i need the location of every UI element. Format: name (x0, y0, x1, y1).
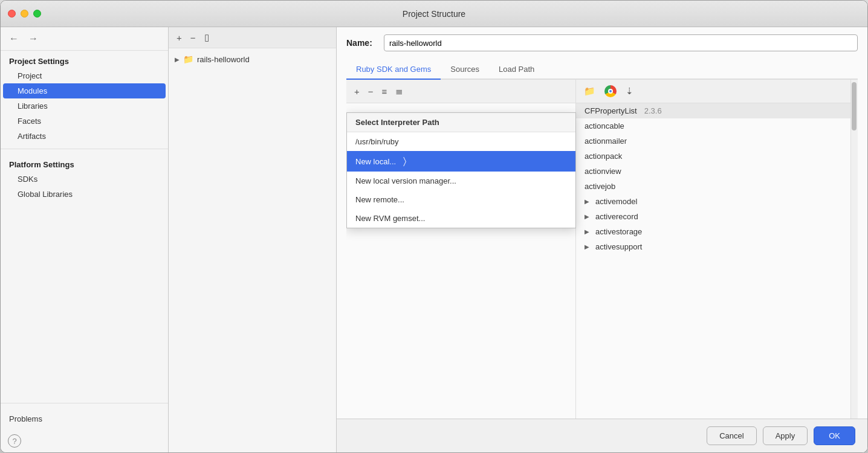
gem-name: actionpack (585, 152, 622, 161)
gem-item-actioncable[interactable]: actioncable (576, 118, 858, 133)
name-label: Name: (346, 38, 377, 48)
gem-name: actionview (585, 167, 621, 176)
gem-item-actionview[interactable]: actionview (576, 164, 858, 179)
gem-item-activestorage[interactable]: ▶ activestorage (576, 224, 858, 239)
tab-load-path[interactable]: Load Path (489, 60, 544, 80)
expand-arrow-icon: ▶ (585, 213, 589, 220)
footer: Cancel Apply OK (337, 419, 867, 452)
main-content: ← → Project Settings Project Modules Lib… (1, 27, 867, 452)
sidebar-item-problems[interactable]: Problems (1, 408, 168, 429)
sidebar-item-facets[interactable]: Facets (1, 114, 168, 129)
tree-content: ▶ 📁 rails-helloworld (169, 48, 336, 452)
gems-list: CFPropertyList 2.3.6 actioncable actionm… (576, 103, 858, 419)
tree-item-label: rails-helloworld (197, 55, 250, 64)
interp-add-button[interactable]: + (351, 85, 363, 98)
sidebar-item-global-libraries[interactable]: Global Libraries (1, 187, 168, 202)
interpreter-dropdown: Select Interpreter Path /usr/bin/ruby Ne… (346, 112, 576, 228)
platform-settings-header: Platform Settings (1, 154, 168, 172)
gems-download-button[interactable]: ⇣ (623, 85, 636, 98)
gem-item-activerecord[interactable]: ▶ activerecord (576, 209, 858, 224)
sidebar-item-project[interactable]: Project (1, 68, 168, 83)
interpreter-panel: + − ≡ ≣ Select Interpreter Path /usr/bin… (346, 80, 576, 419)
chrome-inner (608, 89, 613, 94)
interp-move-up-button[interactable]: ≡ (379, 85, 390, 98)
tree-item-rails[interactable]: ▶ 📁 rails-helloworld (169, 52, 336, 66)
tree-toolbar: + − ▯ (169, 27, 336, 48)
window-controls (8, 10, 41, 18)
interp-item-new-local-version[interactable]: New local version manager... (347, 172, 575, 190)
cancel-button[interactable]: Cancel (707, 426, 756, 445)
tree-remove-button[interactable]: − (187, 31, 199, 44)
gem-item-cfpropertylist[interactable]: CFPropertyList 2.3.6 (576, 103, 858, 118)
interpreter-toolbar: + − ≡ ≣ (346, 80, 575, 103)
sidebar-divider-2 (1, 403, 168, 403)
project-settings-header: Project Settings (1, 51, 168, 68)
forward-button[interactable]: → (26, 32, 40, 45)
apply-button[interactable]: Apply (763, 426, 808, 445)
gem-name: activemodel (595, 197, 637, 206)
scrollbar-track[interactable] (850, 80, 858, 419)
interp-move-down-button[interactable]: ≣ (392, 85, 406, 98)
close-button[interactable] (8, 10, 16, 18)
gems-toolbar: 📁 ⇣ (576, 80, 858, 103)
sidebar-spacer (1, 202, 168, 398)
name-row: Name: (346, 34, 858, 51)
sidebar-item-modules[interactable]: Modules (3, 83, 166, 98)
folder-icon: 📁 (183, 54, 193, 64)
tab-ruby-sdk[interactable]: Ruby SDK and Gems (346, 60, 441, 80)
tree-copy-button[interactable]: ▯ (201, 31, 212, 44)
gem-name: activesupport (595, 242, 642, 251)
gem-item-activesupport[interactable]: ▶ activesupport (576, 239, 858, 254)
gem-name: activerecord (595, 212, 638, 221)
gem-name: actioncable (585, 121, 624, 130)
title-bar: Project Structure (1, 1, 867, 27)
gem-name: activestorage (595, 227, 642, 236)
gem-item-actionpack[interactable]: actionpack (576, 149, 858, 164)
tree-add-button[interactable]: + (173, 31, 185, 44)
sdk-row: + − ≡ ≣ Select Interpreter Path /usr/bin… (346, 80, 858, 419)
gem-item-activejob[interactable]: activejob (576, 179, 858, 194)
sidebar: ← → Project Settings Project Modules Lib… (1, 27, 169, 452)
ok-button[interactable]: OK (814, 426, 855, 445)
maximize-button[interactable] (33, 10, 41, 18)
tab-sources[interactable]: Sources (441, 60, 489, 80)
gem-item-activemodel[interactable]: ▶ activemodel (576, 194, 858, 209)
tabs-row: Ruby SDK and Gems Sources Load Path (346, 60, 858, 80)
dropdown-header: Select Interpreter Path (347, 113, 575, 132)
minimize-button[interactable] (21, 10, 28, 18)
gems-panel: 📁 ⇣ CFPropertyList 2.3.6 (576, 80, 858, 419)
expand-arrow-icon: ▶ (585, 198, 589, 205)
gem-version: 2.3.6 (644, 106, 662, 115)
interp-remove-button[interactable]: − (365, 85, 377, 98)
interp-item-new-local[interactable]: New local... 〉 (347, 151, 575, 172)
project-structure-window: Project Structure ← → Project Settings P… (0, 0, 868, 453)
expand-arrow-icon: ▶ (585, 228, 589, 235)
scrollbar-thumb[interactable] (852, 82, 857, 130)
help-button[interactable]: ? (8, 434, 21, 448)
sidebar-divider (1, 149, 168, 149)
chrome-icon (604, 85, 617, 97)
nav-controls: ← → (1, 27, 168, 51)
cursor-icon: 〉 (403, 156, 406, 166)
sidebar-item-artifacts[interactable]: Artifacts (1, 129, 168, 144)
module-tree: + − ▯ ▶ 📁 rails-helloworld (169, 27, 337, 452)
sidebar-item-sdks[interactable]: SDKs (1, 172, 168, 187)
sidebar-item-libraries[interactable]: Libraries (1, 98, 168, 114)
content-panel: Name: Ruby SDK and Gems Sources Load Pat… (337, 27, 867, 419)
gem-name: actionmailer (585, 137, 627, 146)
name-input[interactable] (384, 34, 858, 51)
gem-item-actionmailer[interactable]: actionmailer (576, 133, 858, 149)
window-title: Project Structure (403, 9, 465, 19)
interp-item-new-rvm[interactable]: New RVM gemset... (347, 209, 575, 228)
back-button[interactable]: ← (7, 32, 21, 45)
interp-item-usr-ruby[interactable]: /usr/bin/ruby (347, 132, 575, 151)
interp-item-new-remote[interactable]: New remote... (347, 190, 575, 209)
gems-chrome-button[interactable] (602, 85, 619, 97)
tree-expand-arrow: ▶ (175, 56, 180, 63)
expand-arrow-icon: ▶ (585, 243, 589, 250)
gem-name: CFPropertyList (585, 106, 637, 115)
right-panel: Name: Ruby SDK and Gems Sources Load Pat… (337, 27, 867, 452)
gem-name: activejob (585, 182, 615, 191)
gems-folder-button[interactable]: 📁 (581, 85, 598, 98)
